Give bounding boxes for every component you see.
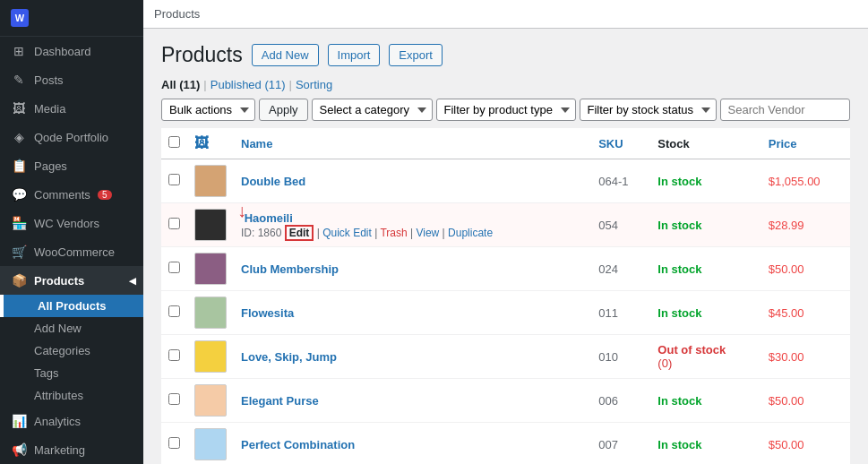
product-stock-cell: Out of stock(0) — [650, 335, 761, 379]
sidebar-sub-item-tags[interactable]: Tags — [0, 362, 143, 384]
row-checkbox-cell — [161, 159, 187, 203]
row-checkbox[interactable] — [168, 174, 180, 185]
product-name-link[interactable]: Club Membership — [241, 262, 339, 276]
edit-link[interactable]: Edit — [285, 225, 314, 241]
product-image — [194, 253, 227, 285]
price-value: $50.00 — [769, 438, 804, 451]
add-new-button[interactable]: Add New — [252, 44, 319, 66]
product-name-link[interactable]: Love, Skip, Jump — [241, 350, 337, 364]
stock-status: In stock — [657, 394, 701, 408]
product-image — [194, 340, 227, 373]
quick-edit-link[interactable]: Quick Edit — [322, 227, 372, 239]
row-checkbox-cell — [161, 379, 187, 423]
category-select[interactable]: Select a category — [312, 99, 433, 121]
row-checkbox[interactable] — [168, 437, 180, 449]
table-row: Love, Skip, Jump Edit | Quick Edit | Tra… — [161, 335, 850, 379]
row-checkbox[interactable] — [168, 218, 180, 229]
table-row: Double Bed Edit | Quick Edit | Trash | V… — [161, 159, 850, 203]
sidebar-item-label: Media — [34, 102, 65, 116]
apply-button[interactable]: Apply — [259, 99, 308, 121]
sidebar-item-label: WooCommerce — [34, 245, 115, 259]
tab-sorting[interactable]: Sorting — [296, 78, 332, 91]
product-name-link[interactable]: Flowesita — [241, 306, 294, 320]
sidebar-item-marketing[interactable]: 📢 Marketing — [0, 435, 143, 464]
sidebar-sub-item-attributes[interactable]: Attributes — [0, 384, 143, 407]
stock-status-select[interactable]: Filter by stock status — [580, 99, 717, 121]
sidebar-logo[interactable]: W — [0, 0, 143, 37]
product-sku-cell: 064-1 — [591, 159, 650, 203]
sub-item-label: All Products — [38, 299, 107, 313]
sidebar-item-products[interactable]: 📦 Products ◀ — [0, 266, 143, 295]
sidebar-sub-item-all-products[interactable]: All Products — [0, 295, 143, 317]
sidebar-item-label: Dashboard — [34, 45, 91, 58]
product-image-cell — [187, 247, 234, 291]
product-stock-cell: In stock — [650, 159, 761, 203]
tab-all[interactable]: All (11) — [161, 78, 200, 91]
product-sku-cell: 006 — [591, 379, 650, 423]
row-checkbox[interactable] — [168, 393, 180, 405]
product-price-cell: $45.00 — [761, 291, 850, 335]
search-vendor-input[interactable] — [720, 99, 850, 121]
sidebar-item-pages[interactable]: 📋 Pages — [0, 151, 143, 180]
row-checkbox[interactable] — [168, 349, 180, 361]
sidebar-item-analytics[interactable]: 📊 Analytics — [0, 407, 143, 435]
sidebar-item-label: Qode Portfolio — [34, 131, 108, 144]
dashboard-icon: ⊞ — [11, 44, 27, 58]
sub-item-label: Add New — [34, 322, 82, 335]
tab-published[interactable]: Published (11) — [211, 78, 286, 91]
product-type-select[interactable]: Filter by product type — [436, 99, 576, 121]
sku-header[interactable]: SKU — [591, 128, 650, 159]
arrow-icon: ↓ — [237, 201, 246, 221]
sidebar-item-dashboard[interactable]: ⊞ Dashboard — [0, 37, 143, 65]
sku-value: 011 — [598, 306, 618, 320]
trash-link[interactable]: Trash — [380, 227, 407, 239]
product-image-cell — [187, 291, 234, 335]
table-row: ↓ Haomeili ID: 1860 Edit | Quick Edit | … — [161, 203, 850, 247]
row-actions: ID: 1860 Edit | Quick Edit | Trash | Vie… — [241, 227, 584, 239]
table-row: Perfect Combination Edit | Quick Edit | … — [161, 423, 850, 465]
marketing-icon: 📢 — [11, 443, 27, 457]
product-price-cell: $1,055.00 — [761, 159, 850, 203]
product-price-cell: $50.00 — [761, 423, 850, 465]
sidebar-item-posts[interactable]: ✎ Posts — [0, 65, 143, 94]
product-image — [194, 384, 227, 417]
product-name-link[interactable]: Elegant Purse — [241, 394, 319, 408]
product-name-link[interactable]: Haomeili — [245, 211, 293, 225]
product-name-link[interactable]: Double Bed — [241, 175, 305, 188]
row-checkbox-cell — [161, 203, 187, 247]
price-value: $1,055.00 — [769, 175, 821, 188]
table-row: Elegant Purse Edit | Quick Edit | Trash … — [161, 379, 850, 423]
price-value: $50.00 — [769, 262, 804, 276]
import-button[interactable]: Import — [328, 44, 381, 66]
name-header[interactable]: Name — [234, 128, 591, 159]
duplicate-link[interactable]: Duplicate — [448, 227, 493, 239]
row-checkbox[interactable] — [168, 262, 180, 273]
product-image-cell — [187, 335, 234, 379]
sidebar-item-woocommerce[interactable]: 🛒 WooCommerce — [0, 237, 143, 266]
wordpress-icon: W — [11, 9, 29, 27]
portfolio-icon: ◈ — [11, 130, 27, 144]
stock-status: In stock — [657, 306, 701, 320]
view-link[interactable]: View — [416, 227, 439, 239]
sidebar-item-media[interactable]: 🖼 Media — [0, 94, 143, 123]
bulk-actions-select[interactable]: Bulk actions — [161, 99, 255, 121]
sidebar-item-label: Products — [34, 274, 84, 288]
table-row: Club Membership Edit | Quick Edit | Tras… — [161, 247, 850, 291]
sidebar-item-qode-portfolio[interactable]: ◈ Qode Portfolio — [0, 123, 143, 151]
export-button[interactable]: Export — [389, 44, 443, 66]
product-name-cell: Flowesita Edit | Quick Edit | Trash | Vi… — [234, 291, 591, 335]
stock-header: Stock — [650, 128, 761, 159]
select-all-checkbox[interactable] — [168, 136, 180, 148]
product-name-link[interactable]: Perfect Combination — [241, 438, 355, 451]
sidebar-item-wc-vendors[interactable]: 🏪 WC Vendors — [0, 209, 143, 237]
product-name-cell: Elegant Purse Edit | Quick Edit | Trash … — [234, 379, 591, 423]
sidebar-item-comments[interactable]: 💬 Comments 5 — [0, 180, 143, 209]
sidebar-sub-item-add-new[interactable]: Add New — [0, 317, 143, 339]
product-image-cell — [187, 159, 234, 203]
row-checkbox[interactable] — [168, 305, 180, 317]
product-sku-cell: 011 — [591, 291, 650, 335]
comments-badge: 5 — [98, 190, 112, 200]
sidebar-sub-item-categories[interactable]: Categories — [0, 339, 143, 362]
sku-value: 010 — [598, 350, 618, 364]
price-header[interactable]: Price — [761, 128, 850, 159]
